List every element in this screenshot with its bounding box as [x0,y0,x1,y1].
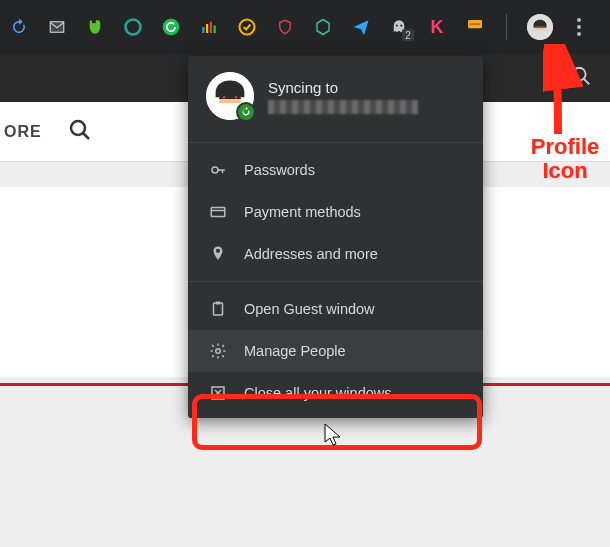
k-icon[interactable]: K [426,16,448,38]
svg-rect-3 [202,27,204,33]
sync-email-redacted [268,100,418,114]
svg-line-18 [83,133,89,139]
svg-rect-14 [535,26,545,27]
menu-label: Addresses and more [244,246,378,262]
menu-addresses[interactable]: Addresses and more [188,233,483,275]
gear-icon [208,342,228,360]
menu-guest-window[interactable]: Open Guest window [188,288,483,330]
toolbar-divider [506,14,507,40]
menu-label: Payment methods [244,204,361,220]
mail-icon[interactable] [46,16,68,38]
check-icon[interactable] [236,16,258,38]
grammarly-icon[interactable] [160,16,182,38]
svg-rect-6 [214,26,216,34]
svg-point-9 [400,24,402,26]
svg-point-1 [126,20,141,35]
svg-rect-4 [206,24,208,33]
svg-point-17 [71,121,85,135]
menu-manage-people[interactable]: Manage People [188,330,483,372]
svg-point-8 [396,24,398,26]
kebab-menu-icon[interactable] [569,18,589,36]
svg-point-2 [163,19,180,36]
menu-label: Open Guest window [244,301,375,317]
key-icon [208,161,228,179]
location-icon [208,245,228,263]
svg-rect-11 [470,24,481,25]
svg-rect-21 [219,96,241,99]
hexagon-icon[interactable] [312,16,334,38]
shield-icon[interactable] [274,16,296,38]
menu-passwords[interactable]: Passwords [188,149,483,191]
svg-point-22 [223,96,225,98]
svg-rect-25 [211,208,225,217]
dropdown-separator [188,142,483,143]
svg-point-24 [212,167,218,173]
svg-point-29 [216,349,221,354]
bars-icon[interactable] [198,16,220,38]
card-icon [208,203,228,221]
sync-icon[interactable] [8,16,30,38]
circle-icon[interactable] [122,16,144,38]
menu-label: Manage People [244,343,346,359]
svg-line-16 [584,79,590,85]
menu-payment-methods[interactable]: Payment methods [188,191,483,233]
dropdown-header[interactable]: Syncing to [188,56,483,136]
paperplane-icon[interactable] [350,16,372,38]
search-icon[interactable] [570,65,592,91]
clipboard-icon [208,300,228,318]
evernote-icon[interactable] [84,16,106,38]
svg-rect-28 [216,302,221,305]
badge-count: 2 [402,29,414,41]
svg-point-23 [235,96,237,98]
tab-explore[interactable]: ORE [4,123,42,141]
close-window-icon [208,384,228,402]
svg-rect-27 [214,303,223,315]
ghost-icon[interactable]: 2 [388,16,410,38]
search-icon[interactable] [68,118,92,146]
card-icon[interactable] [464,16,486,38]
dropdown-separator [188,281,483,282]
profile-icon[interactable] [527,14,553,40]
menu-close-windows[interactable]: Close all your windows [188,372,483,414]
profile-dropdown: Syncing to Passwords Payment methods Add… [188,56,483,418]
menu-label: Passwords [244,162,315,178]
sync-title: Syncing to [268,79,418,96]
svg-point-15 [573,68,586,81]
browser-toolbar: 2 K [0,0,610,54]
svg-rect-5 [210,22,212,33]
menu-label: Close all your windows [244,385,391,401]
sync-badge-icon [236,102,256,122]
